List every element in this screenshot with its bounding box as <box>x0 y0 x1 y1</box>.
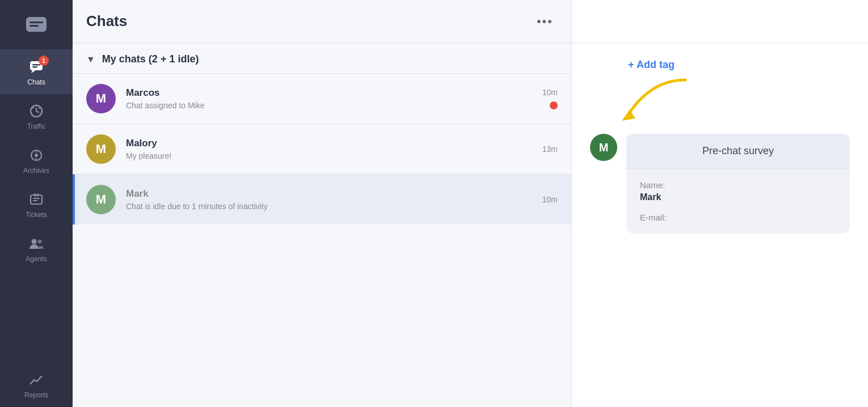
svg-rect-1 <box>30 22 43 23</box>
chat-name-mark: Mark <box>126 188 536 200</box>
right-panel-content: + Add tag M Pre-chat survey Name: Mark E… <box>572 43 868 407</box>
svg-point-17 <box>38 240 42 244</box>
pre-chat-section: M Pre-chat survey Name: Mark E-mail: <box>590 134 850 234</box>
livechat-logo-icon <box>24 12 49 37</box>
chat-item-mark[interactable]: M Mark Chat is idle due to 1 minutes of … <box>73 174 571 224</box>
svg-rect-15 <box>37 193 39 197</box>
tickets-icon <box>29 192 44 207</box>
avatar-marcos: M <box>86 84 116 113</box>
traffic-icon <box>29 104 44 118</box>
svg-rect-11 <box>31 195 42 204</box>
reports-icon <box>29 372 44 387</box>
svg-rect-2 <box>30 25 39 27</box>
right-panel-top-bar <box>572 0 868 43</box>
svg-point-8 <box>35 154 38 157</box>
sidebar-item-chats[interactable]: 1 Chats <box>0 50 73 94</box>
chat-list-body: ▼ My chats (2 + 1 idle) M Marcos Chat as… <box>73 43 571 407</box>
survey-name-label: Name: <box>640 180 836 190</box>
chat-time-malory: 13m <box>542 145 558 154</box>
more-options-button[interactable]: ••• <box>532 12 558 31</box>
sidebar-item-reports[interactable]: Reports <box>0 363 73 407</box>
sidebar-item-traffic-label: Traffic <box>27 122 46 130</box>
avatar-mark: M <box>86 185 116 214</box>
section-header: ▼ My chats (2 + 1 idle) <box>73 43 571 73</box>
reports-icon-wrapper <box>28 372 44 388</box>
chats-badge: 1 <box>39 56 49 66</box>
avatar-malory: M <box>86 134 116 164</box>
chat-preview-marcos: Chat assigned to Mike <box>126 101 536 110</box>
archives-icon-wrapper <box>28 147 44 163</box>
section-title: My chats (2 + 1 idle) <box>102 53 199 65</box>
chat-item-malory[interactable]: M Malory My pleasure! 13m <box>73 124 571 174</box>
chat-info-mark: Mark Chat is idle due to 1 minutes of in… <box>126 188 536 211</box>
page-title: Chats <box>86 12 127 30</box>
traffic-icon-wrapper <box>28 103 44 119</box>
add-tag-label[interactable]: + Add tag <box>628 59 675 71</box>
survey-card-header: Pre-chat survey <box>626 134 850 169</box>
survey-name-value: Mark <box>640 192 836 202</box>
chat-name-marcos: Marcos <box>126 87 536 99</box>
chat-info-marcos: Marcos Chat assigned to Mike <box>126 87 536 110</box>
chat-meta-mark: 10m <box>542 195 558 204</box>
sidebar-item-agents[interactable]: Agents <box>0 227 73 271</box>
sidebar: 1 Chats Traffic Archives <box>0 0 73 407</box>
tickets-icon-wrapper <box>28 192 44 207</box>
sidebar-item-archives[interactable]: Archives <box>0 138 73 183</box>
agents-icon <box>28 236 44 251</box>
svg-rect-5 <box>32 66 37 68</box>
svg-rect-14 <box>34 193 36 197</box>
chat-time-marcos: 10m <box>542 88 558 97</box>
survey-card: Pre-chat survey Name: Mark E-mail: <box>626 134 850 234</box>
chats-icon-wrapper: 1 <box>28 59 44 75</box>
chat-meta-malory: 13m <box>542 145 558 154</box>
chat-time-mark: 10m <box>542 195 558 204</box>
svg-rect-0 <box>26 17 47 32</box>
sidebar-item-reports-label: Reports <box>24 391 48 399</box>
unread-dot-marcos <box>550 101 558 109</box>
sidebar-item-traffic[interactable]: Traffic <box>0 94 73 138</box>
svg-point-16 <box>32 239 37 244</box>
sidebar-item-tickets-label: Tickets <box>26 211 47 219</box>
add-tag-annotation: + Add tag <box>606 59 697 125</box>
sidebar-item-tickets[interactable]: Tickets <box>0 183 73 227</box>
chat-item-marcos[interactable]: M Marcos Chat assigned to Mike 10m <box>73 73 571 124</box>
chat-meta-marcos: 10m <box>542 88 558 109</box>
sidebar-item-archives-label: Archives <box>23 167 49 175</box>
chat-preview-mark: Chat is idle due to 1 minutes of inactiv… <box>126 202 536 211</box>
chat-info-malory: Malory My pleasure! <box>126 138 536 160</box>
svg-rect-12 <box>33 198 40 199</box>
sidebar-item-agents-label: Agents <box>26 255 47 263</box>
archives-icon <box>29 148 44 163</box>
chat-name-malory: Malory <box>126 138 536 149</box>
survey-email-label: E-mail: <box>640 213 836 222</box>
sidebar-item-chats-label: Chats <box>27 78 45 86</box>
agents-icon-wrapper <box>28 236 44 252</box>
right-panel: + Add tag M Pre-chat survey Name: Mark E… <box>572 0 868 407</box>
chevron-down-icon[interactable]: ▼ <box>86 54 95 65</box>
svg-rect-13 <box>33 200 37 201</box>
svg-marker-18 <box>622 109 635 121</box>
svg-rect-4 <box>32 64 40 66</box>
arrow-icon <box>606 74 697 125</box>
user-avatar: M <box>590 134 617 161</box>
chat-list-header: Chats ••• <box>73 0 571 43</box>
chat-list-panel: Chats ••• ▼ My chats (2 + 1 idle) M Marc… <box>73 0 572 407</box>
survey-card-body: Name: Mark E-mail: <box>626 169 850 234</box>
sidebar-logo <box>0 0 73 50</box>
chat-preview-malory: My pleasure! <box>126 151 536 160</box>
